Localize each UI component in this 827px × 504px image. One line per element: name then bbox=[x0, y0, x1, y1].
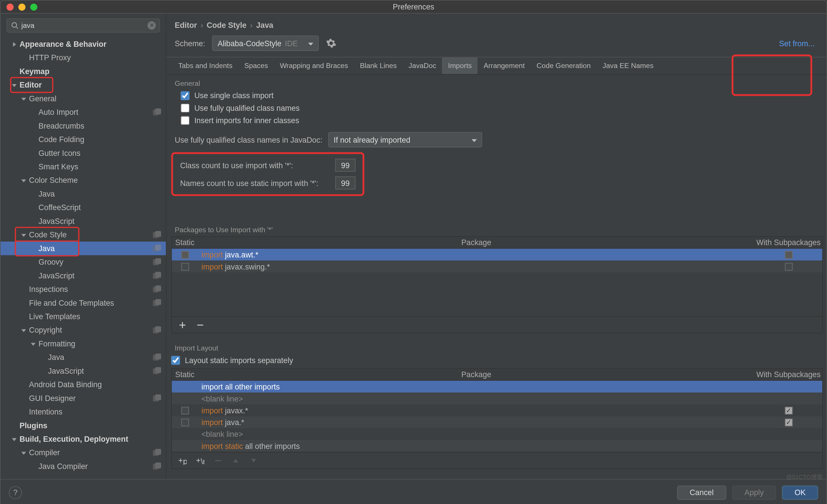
set-from-link[interactable]: Set from... bbox=[779, 39, 818, 48]
sidebar-item-auto-import[interactable]: Auto Import bbox=[1, 105, 166, 119]
sidebar-item-label: Copyright bbox=[29, 326, 153, 335]
subpackages-checkbox[interactable] bbox=[784, 263, 792, 270]
table-row[interactable]: import all other imports bbox=[172, 381, 822, 393]
package-cell: import java.* bbox=[198, 418, 755, 426]
tab-spaces[interactable]: Spaces bbox=[238, 57, 274, 74]
add-row-button[interactable] bbox=[178, 320, 187, 330]
scheme-dropdown[interactable]: Alibaba-CodeStyle IDE bbox=[212, 36, 319, 51]
checkbox-use-fully-qualified-class-names[interactable]: Use fully qualified class names bbox=[181, 104, 818, 112]
table-row[interactable]: import java.* bbox=[172, 416, 822, 428]
subpackages-checkbox[interactable] bbox=[784, 418, 792, 426]
sidebar-item-keymap[interactable]: Keymap bbox=[1, 64, 166, 78]
table-row[interactable]: import javax.* bbox=[172, 404, 822, 416]
table-row[interactable]: import java.awt.* bbox=[172, 249, 822, 260]
sidebar-item-general[interactable]: General bbox=[1, 92, 166, 105]
sidebar-item-color-scheme[interactable]: Color Scheme bbox=[1, 173, 166, 187]
sidebar-item-code-style[interactable]: Code Style bbox=[1, 228, 166, 241]
table-row[interactable]: <blank line> bbox=[172, 393, 822, 404]
layout-static-checkbox[interactable]: Layout static imports separately bbox=[171, 356, 818, 365]
cancel-button[interactable]: Cancel bbox=[677, 485, 726, 500]
scheme-badge-icon bbox=[153, 394, 161, 402]
fq-value: If not already imported bbox=[334, 135, 410, 144]
checkbox-use-single-class-import[interactable]: Use single class import bbox=[181, 91, 818, 100]
search-input[interactable] bbox=[21, 21, 145, 30]
sidebar-item-javascript[interactable]: JavaScript bbox=[1, 214, 166, 228]
sidebar-item-java[interactable]: Java bbox=[1, 242, 166, 255]
scheme-suffix: IDE bbox=[285, 39, 298, 48]
move-up-button[interactable] bbox=[231, 455, 241, 465]
sidebar-item-code-folding[interactable]: Code Folding bbox=[1, 133, 166, 146]
sidebar-item-intentions[interactable]: Intentions bbox=[1, 405, 166, 418]
sidebar-item-copyright[interactable]: Copyright bbox=[1, 323, 166, 337]
tab-javadoc[interactable]: JavaDoc bbox=[402, 57, 442, 74]
sidebar-item-java[interactable]: Java bbox=[1, 350, 166, 364]
general-options: Use single class importUse fully qualifi… bbox=[166, 90, 826, 129]
static-checkbox[interactable] bbox=[181, 263, 189, 270]
move-down-button[interactable] bbox=[249, 455, 258, 465]
window-title: Preferences bbox=[1, 2, 826, 11]
search-field[interactable]: ✕ bbox=[7, 18, 160, 33]
sidebar-item-label: JavaScript bbox=[39, 217, 166, 225]
add-blank-button[interactable]: +\n bbox=[196, 455, 205, 465]
sidebar-item-gui-designer[interactable]: GUI Designer bbox=[1, 392, 166, 405]
tab-code-generation[interactable]: Code Generation bbox=[531, 57, 597, 74]
tab-tabs-and-indents[interactable]: Tabs and Indents bbox=[172, 57, 238, 74]
sidebar-item-label: Formatting bbox=[39, 339, 166, 348]
tab-arrangement[interactable]: Arrangement bbox=[478, 57, 531, 74]
table-row[interactable]: import javax.swing.* bbox=[172, 261, 822, 272]
sidebar-item-coffeescript[interactable]: CoffeeScript bbox=[1, 201, 166, 214]
sidebar-item-label: File and Code Templates bbox=[29, 299, 153, 307]
sidebar-item-http-proxy[interactable]: HTTP Proxy bbox=[1, 51, 166, 64]
sidebar-item-java-compiler[interactable]: Java Compiler bbox=[1, 459, 166, 473]
sidebar-item-plugins[interactable]: Plugins bbox=[1, 419, 166, 432]
remove-row-button[interactable] bbox=[196, 320, 205, 330]
table-row[interactable]: import static all other imports bbox=[172, 440, 822, 452]
sidebar-item-gutter-icons[interactable]: Gutter Icons bbox=[1, 146, 166, 160]
add-row-button[interactable]: +p bbox=[178, 455, 187, 465]
tab-blank-lines[interactable]: Blank Lines bbox=[354, 57, 402, 74]
sidebar-item-live-templates[interactable]: Live Templates bbox=[1, 310, 166, 323]
help-button[interactable]: ? bbox=[9, 486, 22, 499]
window-titlebar: Preferences bbox=[1, 1, 826, 13]
tab-imports[interactable]: Imports bbox=[442, 57, 478, 74]
sidebar-item-file-and-code-templates[interactable]: File and Code Templates bbox=[1, 296, 166, 310]
static-checkbox[interactable] bbox=[181, 418, 189, 426]
sidebar-item-label: HTTP Proxy bbox=[29, 53, 166, 62]
settings-tree[interactable]: Appearance & BehaviorHTTP ProxyKeymapEdi… bbox=[1, 37, 166, 479]
checkbox-insert-imports-for-inner-classes[interactable]: Insert imports for inner classes bbox=[181, 116, 818, 125]
sidebar-item-android-data-binding[interactable]: Android Data Binding bbox=[1, 378, 166, 391]
svg-rect-5 bbox=[155, 231, 161, 237]
class-count-input[interactable] bbox=[335, 159, 355, 172]
names-count-input[interactable] bbox=[335, 177, 355, 190]
svg-text:p: p bbox=[183, 457, 186, 464]
sidebar-item-build-execution-deployment[interactable]: Build, Execution, Deployment bbox=[1, 432, 166, 446]
sidebar-item-label: Auto Import bbox=[39, 108, 153, 116]
clear-search-icon[interactable]: ✕ bbox=[148, 21, 156, 30]
subpackages-checkbox[interactable] bbox=[784, 406, 792, 414]
tab-java-ee-names[interactable]: Java EE Names bbox=[597, 57, 660, 74]
sidebar-item-groovy[interactable]: Groovy bbox=[1, 255, 166, 269]
sidebar-item-appearance-behavior[interactable]: Appearance & Behavior bbox=[1, 37, 166, 51]
pkg-table[interactable]: Static Package With Subpackages import j… bbox=[171, 236, 823, 333]
sidebar-item-javascript[interactable]: JavaScript bbox=[1, 269, 166, 283]
static-checkbox[interactable] bbox=[181, 406, 189, 414]
sidebar-item-compiler[interactable]: Compiler bbox=[1, 446, 166, 459]
layout-table[interactable]: Static Package With Subpackages import a… bbox=[171, 368, 823, 469]
sidebar-item-editor[interactable]: Editor bbox=[1, 78, 166, 92]
sidebar-item-inspections[interactable]: Inspections bbox=[1, 283, 166, 296]
gear-icon[interactable] bbox=[326, 38, 337, 49]
sidebar-item-smart-keys[interactable]: Smart Keys bbox=[1, 160, 166, 173]
tab-wrapping-and-braces[interactable]: Wrapping and Braces bbox=[274, 57, 354, 74]
subpackages-checkbox[interactable] bbox=[784, 251, 792, 259]
remove-row-button[interactable] bbox=[213, 455, 223, 465]
ok-button[interactable]: OK bbox=[782, 485, 818, 500]
fq-dropdown[interactable]: If not already imported bbox=[328, 132, 482, 148]
table-row[interactable]: <blank line> bbox=[172, 428, 822, 440]
sidebar-item-formatting[interactable]: Formatting bbox=[1, 337, 166, 350]
package-cell: import static all other imports bbox=[198, 442, 755, 450]
sidebar-item-javascript[interactable]: JavaScript bbox=[1, 364, 166, 378]
static-checkbox[interactable] bbox=[181, 251, 189, 259]
svg-text:+: + bbox=[178, 456, 183, 465]
sidebar-item-breadcrumbs[interactable]: Breadcrumbs bbox=[1, 119, 166, 133]
sidebar-item-java[interactable]: Java bbox=[1, 187, 166, 201]
